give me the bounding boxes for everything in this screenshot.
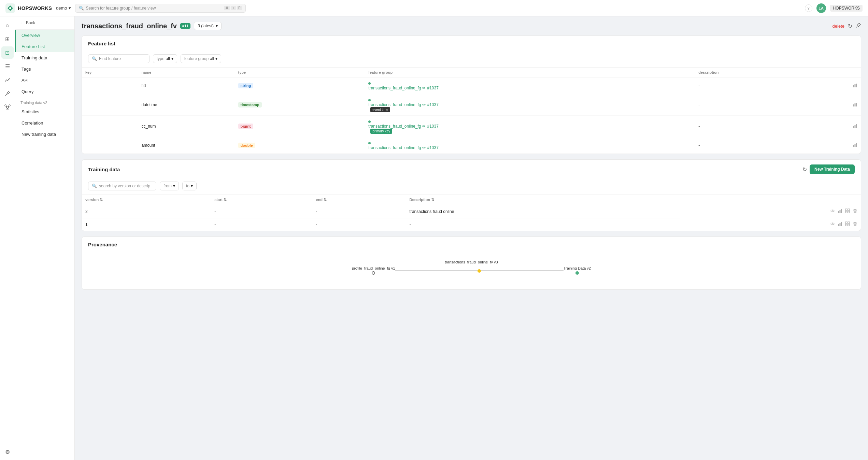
fg-link[interactable]: transactions_fraud_online_fg ✏ #1037 [368, 145, 692, 150]
sidebar-item-new-training-data[interactable]: New training data [15, 129, 74, 140]
fg-link[interactable]: transactions_fraud_online_fg ✏ #1037 [368, 124, 692, 129]
fg-link[interactable]: transactions_fraud_online_fg ✏ #1037 [368, 86, 692, 90]
sidebar-item-overview[interactable]: Overview [15, 30, 74, 41]
nav-tools-button[interactable] [1, 87, 14, 100]
td-table-icon[interactable] [845, 221, 850, 227]
app-name: HOPSWORKS [18, 5, 52, 11]
sidebar-item-feature-list[interactable]: Feature List [15, 41, 74, 52]
provenance-header: Provenance [82, 237, 861, 251]
td-chart-icon[interactable] [838, 221, 842, 227]
nav-layers-button[interactable]: ⊞ [1, 33, 14, 45]
nav-settings-button[interactable]: ⚙ [1, 448, 14, 460]
user-avatar[interactable]: LA [816, 3, 826, 13]
feature-list-card: Feature list 🔍 Find feature type all ▾ f… [82, 35, 861, 154]
feature-actions-cell [811, 116, 861, 137]
global-search-bar[interactable]: 🔍 Search for feature group / feature vie… [75, 4, 246, 13]
project-selector[interactable]: demo ▾ [56, 5, 71, 11]
sidebar-item-training-data[interactable]: Training data [15, 52, 74, 63]
nav-pipelines-button[interactable]: ☰ [1, 60, 14, 72]
sidebar-statistics-label: Statistics [22, 109, 39, 114]
feature-group-filter[interactable]: feature group all ▾ [181, 54, 221, 63]
search-kbd-p: P [237, 6, 242, 10]
td-eye-icon[interactable] [830, 221, 835, 227]
svg-rect-10 [855, 84, 856, 87]
nav-feature-store-button[interactable]: ⊡ [1, 46, 14, 59]
sidebar-api-label: API [22, 78, 29, 83]
svg-point-22 [832, 211, 833, 212]
type-badge: bigint [238, 124, 253, 129]
pin-icon[interactable] [856, 23, 861, 29]
training-to-filter[interactable]: to ▾ [182, 182, 197, 190]
feature-type-cell: timestamp [235, 94, 365, 116]
version-selector-value: 3 (latest) [198, 24, 214, 28]
sidebar-training-data-label: Training data [22, 55, 47, 60]
feature-actions-cell [811, 77, 861, 94]
training-from-filter[interactable]: from ▾ [160, 182, 179, 190]
help-icon[interactable]: ? [805, 4, 812, 12]
page-header: transactions_fraud_online_fv #11 3 (late… [82, 22, 861, 30]
feature-chart-icon[interactable] [853, 83, 857, 89]
svg-rect-9 [853, 85, 854, 87]
sidebar-item-correlation[interactable]: Correlation [15, 117, 74, 129]
training-search[interactable]: 🔍 search by version or descrip [88, 182, 156, 190]
feature-table-row: tid string transactions_fraud_online_fg … [82, 77, 861, 94]
feature-table-row: amount double transactions_fraud_online_… [82, 137, 861, 154]
svg-rect-13 [855, 103, 856, 106]
sidebar-query-label: Query [22, 89, 33, 94]
find-feature-search[interactable]: 🔍 Find feature [88, 54, 150, 63]
refresh-icon[interactable]: ↻ [848, 23, 852, 29]
sidebar-item-tags[interactable]: Tags [15, 63, 74, 75]
back-label: Back [26, 20, 35, 25]
td-delete-icon[interactable] [853, 221, 857, 227]
td-table-icon[interactable] [845, 209, 850, 214]
svg-rect-34 [841, 222, 842, 226]
training-data-row: 2 - - transactions fraud online [82, 205, 861, 218]
icon-navigation: ⌂ ⊞ ⊡ ☰ ⚙ [0, 16, 15, 460]
hopsworks-logo-icon [5, 3, 15, 13]
training-data-table: version ⇅ start ⇅ end ⇅ Description ⇅ 2 … [82, 195, 861, 231]
td-eye-icon[interactable] [830, 209, 835, 214]
nav-home-button[interactable]: ⌂ [1, 19, 14, 31]
td-delete-icon[interactable] [853, 209, 857, 214]
fg-link[interactable]: transactions_fraud_online_fg ✏ #1037 [368, 102, 692, 107]
edit-icon: ✏ [422, 145, 426, 150]
prov-center-label: transactions_fraud_online_fv v3 [445, 260, 498, 264]
feature-fg-cell: transactions_fraud_online_fg ✏ #1037 [365, 137, 695, 154]
training-data-title: Training data [88, 167, 120, 172]
feature-chart-icon[interactable] [853, 102, 857, 108]
sidebar-item-query[interactable]: Query [15, 86, 74, 97]
delete-button[interactable]: delete [833, 24, 844, 29]
feature-chart-icon[interactable] [853, 143, 857, 148]
fg-status-dot [368, 142, 371, 144]
provenance-graph: profile_fraud_online_fg v1 Training Data… [88, 257, 855, 284]
feature-name-cell: tid [138, 77, 234, 94]
training-data-refresh-icon[interactable]: ↻ [802, 166, 807, 173]
version-selector[interactable]: 3 (latest) ▾ [194, 22, 222, 30]
prov-line-1 [395, 270, 478, 271]
feature-actions-cell [811, 137, 861, 154]
search-placeholder-text: Search for feature group / feature view [86, 6, 156, 11]
svg-rect-12 [853, 104, 854, 106]
td-version-cell: 1 [82, 218, 211, 231]
sidebar-item-statistics[interactable]: Statistics [15, 106, 74, 117]
td-chart-icon[interactable] [838, 209, 842, 214]
provenance-section: profile_fraud_online_fg v1 Training Data… [82, 251, 861, 289]
type-filter[interactable]: type all ▾ [153, 54, 177, 63]
td-col-description: Description ⇅ [406, 195, 680, 205]
feature-type-cell: bigint [235, 116, 365, 137]
fg-filter-chevron-icon: ▾ [215, 56, 217, 61]
col-feature-group: feature group [365, 68, 695, 77]
new-training-data-button[interactable]: New Training Data [810, 164, 855, 174]
feature-table: key name type feature group description … [82, 68, 861, 154]
feature-chart-icon[interactable] [853, 124, 857, 129]
td-actions-cell [680, 218, 861, 231]
nav-analytics-button[interactable] [1, 74, 14, 86]
sidebar-item-api[interactable]: API [15, 75, 74, 86]
col-name: name [138, 68, 234, 77]
back-button[interactable]: ← Back [15, 16, 74, 30]
svg-rect-27 [848, 209, 850, 211]
nav-network-button[interactable] [1, 101, 14, 113]
svg-rect-28 [845, 211, 847, 213]
feature-key-cell [82, 77, 138, 94]
type-filter-value: all [166, 56, 170, 61]
